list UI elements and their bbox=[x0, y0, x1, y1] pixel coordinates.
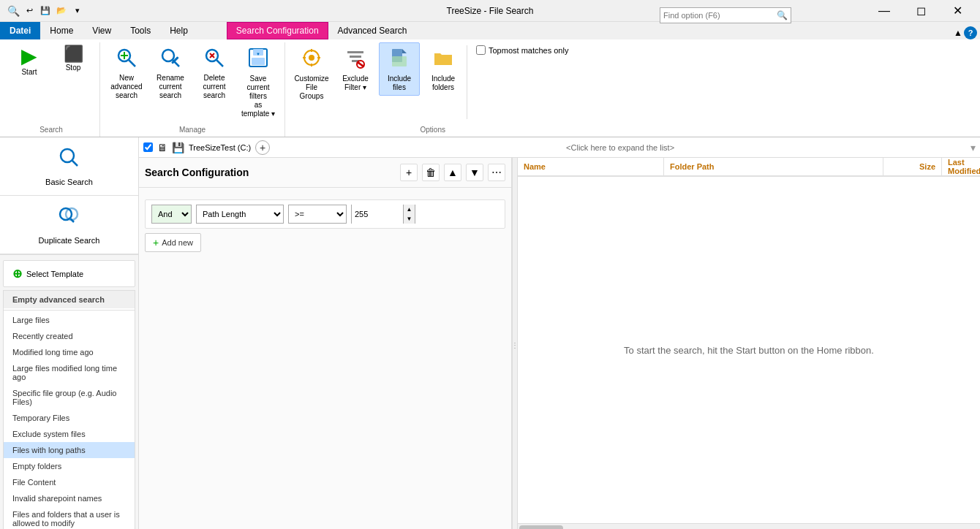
svg-rect-22 bbox=[350, 56, 361, 58]
move-down-button[interactable]: ▼ bbox=[466, 164, 483, 181]
tab-advanced-search[interactable]: Advanced Search bbox=[328, 22, 417, 39]
save-button[interactable]: 💾 bbox=[38, 4, 53, 18]
tab-home[interactable]: Home bbox=[40, 22, 83, 39]
col-header-size[interactable]: Size bbox=[883, 158, 942, 175]
topmost-checkbox-area: Topmost matches only bbox=[470, 42, 574, 58]
tab-datei[interactable]: Datei bbox=[0, 22, 40, 39]
template-item-invalid-sharepoint[interactable]: Invalid sharepoint names bbox=[4, 490, 135, 506]
topmost-checkbox[interactable] bbox=[476, 45, 486, 55]
ribbon-group-options-buttons: CustomizeFile Groups ExcludeFilter ▾ Inc… bbox=[291, 42, 574, 122]
stop-icon: ⬛ bbox=[64, 46, 83, 62]
template-list-header: Empty advanced search bbox=[4, 291, 135, 308]
template-item-temporary-files[interactable]: Temporary Files bbox=[4, 410, 135, 426]
new-advanced-search-button[interactable]: New advancedsearch bbox=[106, 42, 147, 104]
ribbon-group-manage-buttons: New advancedsearch Rename currentsearch … bbox=[106, 42, 279, 122]
add-new-filter-button[interactable]: + Add new bbox=[145, 233, 201, 252]
help-button[interactable]: ? bbox=[964, 26, 977, 39]
svg-text:▼: ▼ bbox=[256, 52, 260, 56]
basic-search-icon bbox=[58, 146, 81, 175]
select-template-button[interactable]: ⊕ Select Template bbox=[3, 260, 135, 287]
value-increment[interactable]: ▲ bbox=[403, 205, 415, 214]
ribbon-collapse-btn[interactable]: ▲ bbox=[954, 28, 962, 38]
svg-point-4 bbox=[162, 50, 174, 61]
rename-label: Rename currentsearch bbox=[152, 74, 189, 100]
filter-rows-container: And Or Path Length File Name File Size L… bbox=[139, 194, 511, 258]
start-button[interactable]: ▶ Start bbox=[9, 42, 50, 95]
field-select[interactable]: Path Length File Name File Size Last Mod… bbox=[196, 205, 284, 224]
save-filters-button[interactable]: ▼ Save current filtersas template ▾ bbox=[238, 42, 279, 122]
include-folders-button[interactable]: Includefolders bbox=[423, 42, 464, 96]
tab-tools[interactable]: Tools bbox=[121, 22, 160, 39]
find-option-input[interactable] bbox=[660, 9, 774, 21]
undo-button[interactable]: ↩ bbox=[22, 4, 37, 18]
path-bar-expand[interactable]: <Click here to expand the list> bbox=[274, 143, 966, 152]
template-item-files-long-paths[interactable]: Files with long paths bbox=[4, 442, 135, 458]
topmost-label[interactable]: Topmost matches only bbox=[489, 46, 568, 55]
col-header-name[interactable]: Name bbox=[518, 158, 664, 175]
template-item-file-content[interactable]: File Content bbox=[4, 474, 135, 490]
app-icon-button[interactable]: 🔍 bbox=[6, 4, 20, 18]
col-header-modified[interactable]: Last Modified bbox=[942, 158, 980, 175]
operator-select[interactable]: >= > = < <= bbox=[288, 205, 347, 224]
delete-label: Delete currentsearch bbox=[196, 74, 233, 100]
template-separator bbox=[4, 310, 135, 311]
hscroll-thumb[interactable] bbox=[519, 525, 563, 530]
template-item-specific-file-group[interactable]: Specific file group (e.g. Audio Files) bbox=[4, 385, 135, 410]
add-new-label: Add new bbox=[162, 238, 193, 247]
path-icon2: 💾 bbox=[172, 142, 184, 153]
delete-search-button[interactable]: Delete currentsearch bbox=[194, 42, 235, 104]
path-checkbox[interactable] bbox=[143, 142, 153, 152]
collapse-handle[interactable]: ⋮ bbox=[512, 158, 518, 529]
basic-search-button[interactable]: Basic Search bbox=[0, 137, 138, 196]
quick-access-toolbar: 🔍 ↩ 💾 📂 ▾ bbox=[6, 4, 85, 18]
titlebar: 🔍 ↩ 💾 📂 ▾ TreeSize - File Search 🔍 — ◻ ✕ bbox=[0, 0, 980, 22]
minimize-button[interactable]: — bbox=[867, 0, 901, 22]
more-config-button[interactable]: ⋯ bbox=[488, 164, 505, 181]
value-input[interactable] bbox=[352, 205, 403, 224]
logic-select[interactable]: And Or bbox=[151, 205, 192, 224]
close-button[interactable]: ✕ bbox=[941, 0, 974, 22]
template-item-modified-long-ago[interactable]: Modified long time ago bbox=[4, 344, 135, 360]
save-icon: ▼ bbox=[246, 46, 270, 73]
customize-file-groups-button[interactable]: CustomizeFile Groups bbox=[291, 42, 332, 104]
delete-config-button[interactable]: 🗑 bbox=[422, 164, 440, 181]
tab-help[interactable]: Help bbox=[160, 22, 197, 39]
path-add-button[interactable]: + bbox=[255, 140, 270, 155]
value-decrement[interactable]: ▼ bbox=[403, 214, 415, 224]
stop-button[interactable]: ⬛ Stop bbox=[53, 42, 94, 95]
include-files-button[interactable]: Includefiles bbox=[379, 42, 420, 96]
save-filters-label: Save current filtersas template ▾ bbox=[240, 75, 276, 118]
select-template-label: Select Template bbox=[26, 270, 83, 278]
template-item-empty-folders[interactable]: Empty folders bbox=[4, 458, 135, 474]
add-config-button[interactable]: + bbox=[400, 164, 418, 181]
tab-view[interactable]: View bbox=[83, 22, 121, 39]
delete-icon bbox=[203, 46, 226, 72]
path-chevron-down[interactable]: ▾ bbox=[970, 142, 976, 153]
template-item-user-modify[interactable]: Files and folders that a user is allowed… bbox=[4, 506, 135, 529]
move-up-button[interactable]: ▲ bbox=[444, 164, 461, 181]
exclude-label: ExcludeFilter ▾ bbox=[342, 75, 369, 92]
start-icon: ▶ bbox=[21, 46, 37, 66]
hscroll-bar[interactable] bbox=[518, 523, 980, 529]
svg-rect-13 bbox=[252, 58, 265, 65]
exclude-filter-button[interactable]: ExcludeFilter ▾ bbox=[335, 42, 376, 96]
template-item-exclude-system-files[interactable]: Exclude system files bbox=[4, 426, 135, 442]
find-option-box[interactable]: 🔍 bbox=[660, 7, 791, 23]
add-new-plus-icon: + bbox=[153, 237, 159, 248]
include-files-icon bbox=[388, 46, 411, 73]
rename-search-button[interactable]: Rename currentsearch bbox=[150, 42, 191, 104]
open-button[interactable]: 📂 bbox=[54, 4, 69, 18]
plus-icon: ⊕ bbox=[12, 267, 22, 281]
panel-divider bbox=[0, 254, 138, 257]
svg-rect-30 bbox=[434, 55, 452, 65]
template-item-recently-created[interactable]: Recently created bbox=[4, 328, 135, 344]
ribbon-group-search-buttons: ▶ Start ⬛ Stop bbox=[9, 42, 94, 122]
quick-access-dropdown[interactable]: ▾ bbox=[70, 4, 85, 18]
template-item-large-files[interactable]: Large files bbox=[4, 312, 135, 328]
col-header-path[interactable]: Folder Path bbox=[664, 158, 883, 175]
start-label: Start bbox=[21, 68, 37, 77]
template-item-large-files-modified[interactable]: Large files modified long time ago bbox=[4, 360, 135, 385]
tab-search-config[interactable]: Search Configuration bbox=[227, 22, 328, 39]
duplicate-search-button[interactable]: Duplicate Search bbox=[0, 196, 138, 254]
maximize-button[interactable]: ◻ bbox=[904, 0, 938, 22]
